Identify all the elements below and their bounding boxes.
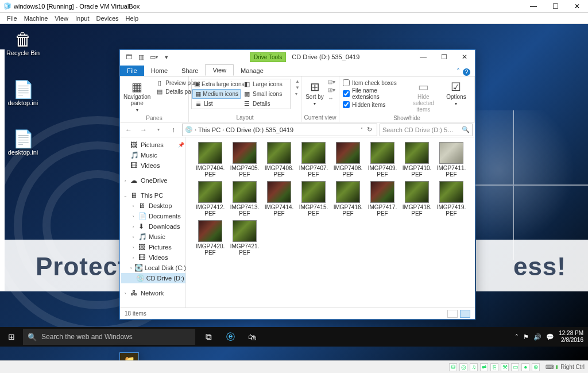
vbox-menu-devices[interactable]: Devices	[96, 15, 118, 22]
expand-icon[interactable]: ›	[122, 178, 128, 183]
taskbar[interactable]: ⊞ 🔍 Search the web and Windows ⧉ ⓔ 📁 🛍 ˄…	[0, 327, 588, 347]
ribbon-collapse-icon[interactable]: ˆ	[457, 68, 459, 76]
nav-documents[interactable]: ›📄Documents	[121, 211, 185, 221]
hidden-items-toggle[interactable]: Hidden items	[343, 101, 405, 109]
desktop-icon-file[interactable]: 📄 desktop.ini	[5, 129, 41, 156]
file-item[interactable]: IMGP7409.PEF	[366, 142, 399, 178]
ribbon-context-drive-tools[interactable]: Drive Tools	[250, 52, 286, 62]
vbox-titlebar[interactable]: 🧊windows10 [Running] - Oracle VM Virtual…	[0, 0, 588, 13]
file-item[interactable]: IMGP7404.PEF	[194, 142, 226, 178]
breadcrumb-location[interactable]: CD Drive (D:) 535_0419	[226, 126, 293, 133]
vbox-menu-file[interactable]: File	[7, 15, 17, 22]
layout-scroll-down-icon[interactable]: ▼	[295, 85, 300, 90]
tab-view[interactable]: View	[205, 64, 234, 76]
nav-this-pc[interactable]: ⌄🖥This PC	[121, 190, 185, 201]
desktop-icon-file[interactable]: 📄 desktop.ini	[5, 79, 41, 106]
file-item[interactable]: IMGP7411.PEF	[435, 142, 467, 178]
layout-small[interactable]: ▩Small icons	[241, 89, 289, 99]
item-check-boxes-toggle[interactable]: Item check boxes	[343, 79, 405, 87]
explorer-titlebar[interactable]: 🗔 ▥ ▭▾ ▾ Drive Tools CD Drive (D:) 535_0…	[120, 50, 475, 64]
navigation-pane-button[interactable]: ▦ Navigation pane ▾	[123, 79, 150, 113]
tab-share[interactable]: Share	[175, 66, 205, 76]
vbox-minimize-button[interactable]: —	[523, 0, 544, 13]
file-item[interactable]: IMGP7407.PEF	[297, 142, 330, 178]
system-tray[interactable]: ˄ ⚑ 🔊 💬 12:28 PM 2/8/2016	[515, 330, 588, 344]
file-item[interactable]: IMGP7420.PEF	[194, 220, 226, 256]
nav-back-button[interactable]: ←	[122, 124, 135, 136]
file-item[interactable]: IMGP7417.PEF	[366, 181, 399, 217]
add-columns-icon[interactable]: ⊞▾	[328, 87, 335, 93]
files-area[interactable]: IMGP7404.PEFIMGP7405.PEFIMGP7406.PEFIMGP…	[186, 137, 475, 307]
refresh-icon[interactable]: ↻	[365, 126, 374, 133]
chevron-right-icon[interactable]: ›	[222, 127, 224, 133]
tab-file[interactable]: File	[120, 66, 144, 76]
group-by-icon[interactable]: ⊟▾	[328, 79, 335, 85]
layout-gallery[interactable]: ▣Extra large icons ◧Large icons ▦Medium …	[191, 79, 291, 109]
file-item[interactable]: IMGP7408.PEF	[332, 142, 364, 178]
desktop-icon-recycle-bin[interactable]: 🗑 Recycle Bin	[5, 30, 41, 56]
file-item[interactable]: IMGP7419.PEF	[435, 181, 467, 217]
nav-pictures[interactable]: 🖼Pictures📌	[121, 140, 185, 150]
qat-properties-icon[interactable]: ▥	[136, 52, 146, 62]
tray-notifications-icon[interactable]: 💬	[546, 333, 554, 341]
address-bar[interactable]: 💿 › This PC › CD Drive (D:) 535_0419 ˅ ↻	[182, 124, 377, 136]
nav-pictures[interactable]: ›🖼Pictures	[121, 242, 185, 252]
nav-up-button[interactable]: ↑	[167, 124, 180, 136]
file-name-extensions-toggle[interactable]: File name extensions	[343, 87, 405, 101]
nav-videos[interactable]: 🎞Videos	[121, 160, 185, 171]
file-item[interactable]: IMGP7413.PEF	[229, 181, 261, 217]
qat-newfolder-icon[interactable]: ▭▾	[149, 52, 159, 62]
layout-large[interactable]: ◧Large icons	[241, 80, 289, 89]
layout-extra-large[interactable]: ▣Extra large icons	[192, 80, 241, 89]
vbox-audio-led-icon[interactable]: ♫	[470, 363, 478, 371]
explorer-close-button[interactable]: ✕	[454, 51, 475, 63]
layout-more-icon[interactable]: ▾	[295, 91, 300, 97]
nav-recent-button[interactable]: ▾	[152, 124, 165, 136]
nav-onedrive[interactable]: ›☁OneDrive	[121, 175, 185, 186]
explorer-minimize-button[interactable]: —	[413, 51, 434, 63]
hidden-items-checkbox[interactable]	[343, 101, 350, 108]
vbox-menu-input[interactable]: Input	[75, 15, 89, 22]
vbox-close-button[interactable]: ✕	[566, 0, 588, 13]
nav-network[interactable]: ›🖧Network	[121, 288, 185, 298]
file-item[interactable]: IMGP7416.PEF	[332, 181, 364, 217]
start-button[interactable]: ⊞	[0, 332, 23, 341]
search-box[interactable]: Search CD Drive (D:) 535_0419 🔍	[380, 124, 473, 136]
vbox-recording-led-icon[interactable]: ●	[521, 363, 529, 371]
size-columns-icon[interactable]: ↔	[328, 95, 335, 101]
taskbar-edge[interactable]: ⓔ	[220, 329, 240, 345]
pin-icon[interactable]: 📌	[178, 142, 184, 148]
breadcrumb-this-pc[interactable]: This PC	[198, 126, 220, 133]
vm-guest-desktop[interactable]: Protect ess! 🗑 Recycle Bin 📄 desktop.ini…	[0, 24, 588, 360]
vbox-menu-help[interactable]: Help	[126, 15, 139, 22]
navigation-pane[interactable]: 🖼Pictures📌 🎵Music 🎞Videos ›☁OneDrive ⌄🖥T…	[120, 137, 186, 307]
file-item[interactable]: IMGP7405.PEF	[229, 142, 261, 178]
collapse-icon[interactable]: ⌄	[122, 193, 128, 198]
vbox-menu-machine[interactable]: Machine	[24, 15, 48, 22]
file-ext-checkbox[interactable]	[343, 90, 350, 97]
tab-manage[interactable]: Manage	[234, 66, 270, 76]
search-icon[interactable]: 🔍	[462, 126, 470, 133]
layout-scroll-up-icon[interactable]: ▲	[295, 79, 300, 84]
vbox-shared-led-icon[interactable]: ⚒	[501, 363, 509, 371]
nav-music[interactable]: 🎵Music	[121, 150, 185, 160]
vbox-optical-led-icon[interactable]: ◎	[459, 363, 467, 371]
file-item[interactable]: IMGP7414.PEF	[263, 181, 295, 217]
vbox-hdd-led-icon[interactable]: ⛁	[449, 363, 457, 371]
item-check-checkbox[interactable]	[343, 79, 350, 86]
address-history-icon[interactable]: ˅	[361, 127, 363, 132]
file-item[interactable]: IMGP7415.PEF	[297, 181, 330, 217]
tray-up-icon[interactable]: ˄	[515, 333, 519, 341]
file-item[interactable]: IMGP7412.PEF	[194, 181, 226, 217]
file-item[interactable]: IMGP7418.PEF	[401, 181, 433, 217]
tray-volume-icon[interactable]: 🔊	[533, 333, 541, 341]
nav-music[interactable]: ›🎵Music	[121, 232, 185, 242]
nav-desktop[interactable]: ›🖥Desktop	[121, 201, 185, 211]
taskbar-file-explorer[interactable]: 📁	[119, 352, 139, 360]
help-icon[interactable]: ?	[463, 68, 470, 76]
nav-downloads[interactable]: ›⬇Downloads	[121, 221, 185, 232]
chevron-right-icon[interactable]: ›	[195, 127, 196, 133]
file-item[interactable]: IMGP7421.PEF	[229, 220, 261, 256]
task-view-button[interactable]: ⧉	[199, 329, 218, 345]
file-item[interactable]: IMGP7406.PEF	[263, 142, 295, 178]
